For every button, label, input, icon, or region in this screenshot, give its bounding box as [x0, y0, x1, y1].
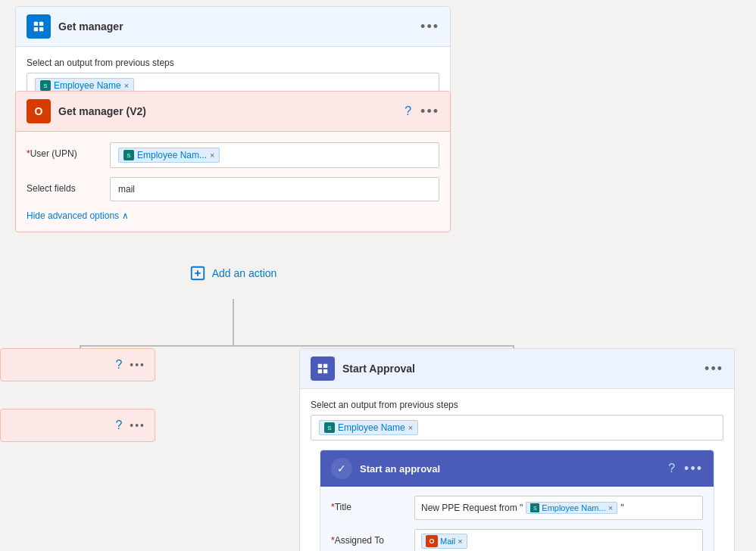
title-token-close[interactable]: × [608, 503, 613, 512]
assigned-to-row: *Assigned To O Mail × [331, 529, 703, 551]
select-fields-row: Select fields [27, 177, 439, 201]
v2-dots[interactable]: ••• [420, 104, 439, 120]
user-upn-label: *User (UPN) [27, 142, 102, 159]
mail-label: Mail [440, 537, 455, 546]
get-manager-v2-header: O Get manager (V2) ? ••• [16, 92, 450, 132]
connector-vertical-main [233, 299, 234, 346]
v2-token-close[interactable]: × [210, 151, 214, 160]
left-card-2-icons: ? ••• [115, 419, 145, 432]
svg-rect-1 [39, 22, 43, 26]
inner-approval-header: ✓ Start an approval ? ••• [320, 450, 714, 487]
user-token-input[interactable]: S Employee Nam... × [110, 142, 439, 168]
start-approval-header: Start Approval ••• [300, 349, 734, 389]
start-approval-card: Start Approval ••• Select an output from… [299, 348, 735, 551]
chevron-up-icon: ∧ [122, 210, 129, 221]
svg-rect-3 [39, 27, 43, 31]
select-fields-input-area [110, 177, 439, 201]
left-pink-card-1: ? ••• [0, 348, 155, 381]
approval-header-left: Start Approval [311, 356, 415, 381]
v2-token-label: Employee Nam... [137, 150, 207, 160]
user-upn-input-area: S Employee Nam... × [110, 142, 439, 168]
user-upn-row: *User (UPN) S Employee Nam... × [27, 142, 439, 168]
add-action-label: Add an action [212, 267, 277, 279]
svg-rect-0 [34, 22, 38, 26]
left-card-1-dots[interactable]: ••• [130, 359, 145, 371]
left-card-1-icons: ? ••• [115, 358, 145, 372]
approval-dots[interactable]: ••• [704, 361, 723, 377]
approval-token-input[interactable]: S Employee Name × [311, 415, 723, 440]
office-icon: O [27, 99, 51, 123]
inner-header-left: ✓ Start an approval [331, 458, 440, 479]
add-action-area: Add an action [15, 250, 451, 297]
start-approval-title: Start Approval [342, 363, 415, 375]
title-token-label: Employee Nam... [542, 503, 605, 512]
title-input-area: New PPE Request from " S Employee Nam...… [414, 496, 703, 520]
approval-select-label: Select an output from previous steps [311, 400, 723, 410]
mail-token: O Mail × [421, 534, 467, 549]
left-card-1-help[interactable]: ? [115, 358, 122, 372]
mail-office-icon: O [426, 535, 438, 547]
header-left: Get manager [27, 14, 123, 39]
assigned-token-input[interactable]: O Mail × [414, 529, 703, 551]
title-row: *Title New PPE Request from " S Employee… [331, 496, 703, 520]
v2-header-actions: ? ••• [405, 104, 439, 120]
connector-horizontal [80, 345, 514, 347]
title-field-label: *Title [331, 496, 407, 512]
svg-rect-10 [323, 369, 327, 373]
employee-nam-token: S Employee Nam... × [118, 148, 220, 163]
title-suffix: " [620, 503, 623, 513]
get-manager-title: Get manager [58, 20, 123, 33]
token-icon: S [40, 80, 51, 91]
left-card-2-dots[interactable]: ••• [130, 419, 145, 431]
approval-token-label: Employee Name [338, 422, 405, 433]
assigned-to-input-area: O Mail × [414, 529, 703, 551]
title-prefix: New PPE Request from " [421, 503, 523, 513]
add-action-button[interactable]: Add an action [189, 265, 277, 282]
title-token-input[interactable]: New PPE Request from " S Employee Nam...… [414, 496, 703, 520]
approval-card-body: Select an output from previous steps S E… [300, 389, 734, 551]
get-manager-v2-card: O Get manager (V2) ? ••• *User (UPN) S E… [15, 91, 451, 232]
get-manager-header: Get manager ••• [16, 7, 450, 47]
v2-token-icon: S [123, 150, 134, 160]
svg-rect-7 [318, 364, 322, 368]
mail-token-close[interactable]: × [458, 537, 462, 546]
get-manager-v2-title: Get manager (V2) [58, 105, 146, 117]
approval-employee-token: S Employee Name × [319, 420, 418, 435]
select-fields-input[interactable] [110, 177, 439, 201]
approval-card-icon [311, 356, 335, 381]
title-employee-token: S Employee Nam... × [526, 502, 617, 514]
inner-approval-icon: ✓ [331, 458, 352, 479]
inner-dots[interactable]: ••• [684, 461, 703, 477]
inner-header-actions: ? ••• [668, 461, 703, 477]
select-fields-label: Select fields [27, 177, 102, 194]
approval-token-icon: S [324, 422, 335, 433]
v2-card-body: *User (UPN) S Employee Nam... × Select f… [16, 132, 450, 232]
get-manager-icon [27, 14, 51, 39]
inner-approval-body: *Title New PPE Request from " S Employee… [320, 487, 714, 551]
start-an-approval-inner: ✓ Start an approval ? ••• *Title [320, 450, 714, 551]
token-label: Employee Name [54, 80, 121, 91]
left-card-2-help[interactable]: ? [115, 419, 122, 432]
left-pink-card-2: ? ••• [0, 409, 155, 442]
title-token-icon: S [530, 503, 539, 512]
hide-advanced-options[interactable]: Hide advanced options ∧ [27, 210, 439, 221]
svg-rect-2 [34, 27, 38, 31]
v2-help-icon[interactable]: ? [405, 104, 411, 118]
get-manager-dots[interactable]: ••• [420, 19, 439, 35]
v2-header-left: O Get manager (V2) [27, 99, 146, 123]
svg-rect-9 [318, 369, 322, 373]
assigned-to-label: *Assigned To [331, 529, 407, 546]
svg-rect-8 [323, 364, 327, 368]
select-output-label: Select an output from previous steps [27, 58, 439, 68]
inner-approval-title: Start an approval [360, 463, 440, 475]
token-close-btn[interactable]: × [124, 81, 129, 90]
inner-help-icon[interactable]: ? [668, 462, 675, 475]
approval-token-close[interactable]: × [408, 423, 413, 432]
